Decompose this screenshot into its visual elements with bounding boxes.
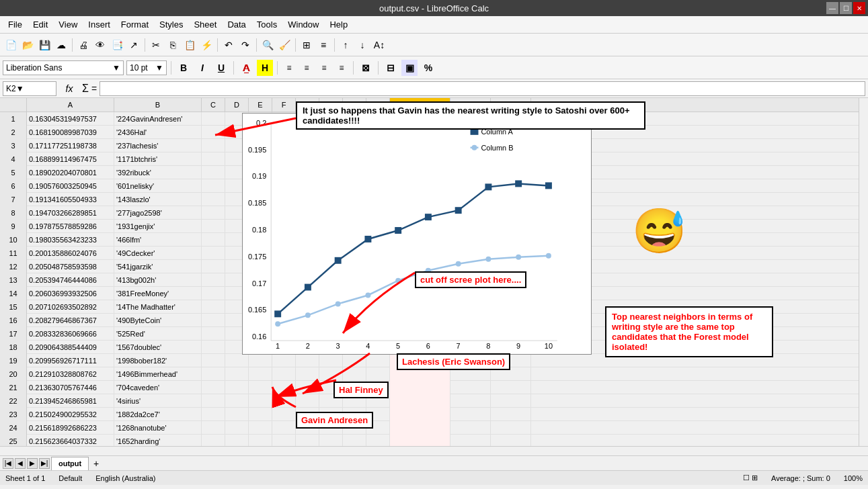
list-item[interactable]	[366, 193, 390, 206]
list-item[interactable]: 0.189020204070801	[27, 166, 114, 179]
list-item[interactable]	[319, 247, 343, 260]
list-item[interactable]	[319, 112, 343, 126]
list-item[interactable]	[249, 233, 272, 247]
list-item[interactable]	[319, 354, 343, 367]
sheet-tab-output[interactable]: output	[51, 457, 89, 470]
list-item[interactable]	[249, 300, 272, 314]
list-item[interactable]	[225, 166, 249, 179]
list-item[interactable]	[450, 166, 491, 179]
list-item[interactable]	[450, 260, 491, 273]
list-item[interactable]	[296, 126, 319, 139]
list-item[interactable]	[390, 139, 450, 152]
list-item[interactable]: '392ribuck'	[114, 166, 202, 179]
list-item[interactable]	[202, 408, 225, 421]
list-item[interactable]	[225, 381, 249, 394]
col-header-E[interactable]: E	[249, 98, 272, 112]
list-item[interactable]	[296, 179, 319, 193]
list-item[interactable]	[450, 394, 491, 408]
row-number[interactable]: 7	[0, 193, 27, 206]
list-item[interactable]	[390, 327, 450, 341]
list-item[interactable]: '4sirius'	[114, 394, 202, 408]
list-item[interactable]: '49Cdecker'	[114, 247, 202, 260]
new-button[interactable]: 📄	[3, 37, 19, 53]
list-item[interactable]	[296, 394, 319, 408]
list-item[interactable]	[366, 408, 390, 421]
list-item[interactable]: 0.212910328808762	[27, 367, 114, 381]
list-item[interactable]	[296, 220, 319, 233]
list-item[interactable]	[272, 233, 296, 247]
add-sheet-button[interactable]: +	[90, 457, 102, 470]
list-item[interactable]	[450, 367, 491, 381]
list-item[interactable]: 0.197875578859286	[27, 220, 114, 233]
cut-button[interactable]: ✂	[148, 37, 164, 53]
list-item[interactable]	[272, 367, 296, 381]
list-item[interactable]	[343, 139, 366, 152]
list-item[interactable]	[390, 408, 450, 421]
list-item[interactable]	[491, 408, 531, 421]
list-item[interactable]	[272, 354, 296, 367]
vertical-scrollbar[interactable]	[859, 98, 868, 446]
list-item[interactable]: '1567doublec'	[114, 341, 202, 354]
list-item[interactable]	[296, 139, 319, 152]
list-item[interactable]	[450, 421, 491, 435]
list-item[interactable]: '525Red'	[114, 327, 202, 341]
list-item[interactable]	[202, 300, 225, 314]
cell-reference-box[interactable]: K2 ▼	[3, 81, 56, 96]
list-item[interactable]	[390, 126, 450, 139]
list-item[interactable]	[202, 166, 225, 179]
row-number[interactable]: 6	[0, 179, 27, 193]
list-item[interactable]	[272, 112, 296, 126]
list-item[interactable]	[450, 112, 491, 126]
list-item[interactable]	[296, 112, 319, 126]
list-item[interactable]: 0.191341605504933	[27, 193, 114, 206]
list-item[interactable]	[272, 179, 296, 193]
list-item[interactable]	[319, 287, 343, 300]
list-item[interactable]	[343, 273, 366, 287]
redo-button[interactable]: ↷	[237, 37, 253, 53]
function-wizard-button[interactable]: fx	[59, 81, 79, 97]
list-item[interactable]	[249, 287, 272, 300]
list-item[interactable]	[491, 193, 531, 206]
list-item[interactable]	[450, 152, 491, 166]
menu-tools[interactable]: Tools	[251, 18, 282, 31]
list-item[interactable]	[491, 367, 531, 381]
list-item[interactable]	[296, 260, 319, 273]
align-left-button[interactable]: ≡	[282, 60, 297, 75]
list-item[interactable]: '490ByteCoin'	[114, 314, 202, 327]
prev-sheet-button[interactable]: ◀	[15, 458, 26, 469]
list-item[interactable]	[366, 179, 390, 193]
list-item[interactable]	[319, 381, 343, 394]
list-item[interactable]	[296, 408, 319, 421]
list-item[interactable]	[366, 327, 390, 341]
list-item[interactable]: '224GavinAndresen'	[114, 112, 202, 126]
list-item[interactable]	[202, 260, 225, 273]
list-item[interactable]	[272, 394, 296, 408]
list-item[interactable]	[202, 220, 225, 233]
list-item[interactable]	[450, 126, 491, 139]
list-item[interactable]: 0.190576003250945	[27, 179, 114, 193]
list-item[interactable]	[249, 206, 272, 220]
list-item[interactable]	[249, 314, 272, 327]
list-item[interactable]	[202, 435, 225, 446]
list-item[interactable]	[390, 287, 450, 300]
clear-button[interactable]: 🧹	[276, 37, 292, 53]
list-item[interactable]	[390, 435, 450, 446]
list-item[interactable]	[491, 112, 531, 126]
list-item[interactable]	[343, 220, 366, 233]
list-item[interactable]	[296, 314, 319, 327]
list-item[interactable]	[225, 206, 249, 220]
copy-button[interactable]: ⎘	[165, 37, 181, 53]
row-number[interactable]: 9	[0, 220, 27, 233]
menu-edit[interactable]: Edit	[28, 18, 53, 31]
list-item[interactable]	[225, 408, 249, 421]
row-number[interactable]: 11	[0, 247, 27, 260]
list-item[interactable]	[390, 381, 450, 394]
paste-button[interactable]: 📋	[182, 37, 198, 53]
row-number[interactable]: 3	[0, 139, 27, 152]
export-pdf-button[interactable]: 📑	[109, 37, 125, 53]
list-item[interactable]	[225, 139, 249, 152]
list-item[interactable]	[296, 206, 319, 220]
list-item[interactable]	[319, 327, 343, 341]
list-item[interactable]: 0.207102693502892	[27, 300, 114, 314]
font-color-button[interactable]: A̲	[238, 60, 254, 76]
